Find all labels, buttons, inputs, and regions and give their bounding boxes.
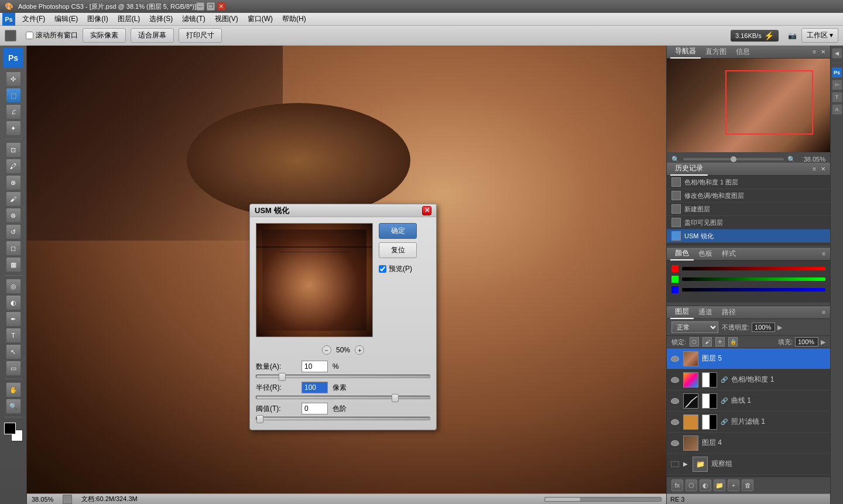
layer-item-group[interactable]: ▶ 📁 观察组 xyxy=(667,454,830,475)
fit-screen-btn[interactable]: 适合屏幕 xyxy=(131,28,174,43)
tab-layers[interactable]: 图层 xyxy=(670,306,694,319)
usm-preview[interactable] xyxy=(256,223,373,337)
zoom-btn[interactable] xyxy=(63,495,72,504)
layer-vis-curve[interactable] xyxy=(670,396,680,406)
g-slider[interactable] xyxy=(682,277,825,281)
amount-slider-thumb[interactable] xyxy=(279,373,286,381)
restore-btn[interactable]: ❐ xyxy=(207,2,215,11)
history-item-2[interactable]: 新建图层 xyxy=(667,203,830,216)
layer-item-4[interactable]: 图层 4 xyxy=(667,433,830,454)
add-style-btn[interactable]: fx xyxy=(671,479,683,491)
add-layer-btn[interactable]: + xyxy=(728,479,739,491)
r-slider[interactable] xyxy=(682,267,825,270)
menu-view[interactable]: 视图(V) xyxy=(210,13,243,25)
tab-styles[interactable]: 样式 xyxy=(717,248,741,260)
close-btn[interactable]: ✕ xyxy=(217,2,225,11)
blend-mode-select[interactable]: 正常 xyxy=(671,321,718,333)
fill-arrow[interactable]: ▶ xyxy=(821,338,825,346)
hand-tool[interactable]: ✋ xyxy=(6,382,21,397)
layer-vis-4[interactable] xyxy=(670,438,680,448)
nav-preview[interactable] xyxy=(667,59,830,152)
h-scrollbar[interactable] xyxy=(544,497,662,502)
eyedropper-tool[interactable]: 🖍 xyxy=(6,159,21,174)
magic-wand-tool[interactable]: ✦ xyxy=(6,121,21,136)
lasso-tool[interactable]: 𝓛 xyxy=(6,104,21,119)
layer-vis-photo[interactable] xyxy=(670,417,680,427)
history-item-3[interactable]: 盖印可见图层 xyxy=(667,216,830,229)
menu-edit[interactable]: 编辑(E) xyxy=(50,13,83,25)
fg-color-swatch[interactable] xyxy=(4,423,16,434)
scroll-all-checkbox[interactable]: 滚动所有窗口 xyxy=(26,30,78,40)
threshold-slider-thumb[interactable] xyxy=(256,415,263,423)
history-menu-btn[interactable]: ≡ xyxy=(811,166,817,172)
layer-vis-5[interactable] xyxy=(670,354,680,364)
tab-swatches[interactable]: 色板 xyxy=(694,248,717,260)
tab-paths[interactable]: 路径 xyxy=(717,306,741,318)
threshold-input[interactable] xyxy=(301,403,328,414)
tab-colors[interactable]: 颜色 xyxy=(670,247,694,260)
usm-ok-btn[interactable]: 确定 xyxy=(379,223,417,239)
threshold-slider-track[interactable] xyxy=(256,417,430,420)
lock-pixels-btn[interactable]: 🖌 xyxy=(702,337,712,347)
eraser-tool[interactable]: ◻ xyxy=(6,241,21,256)
tab-histogram[interactable]: 直方图 xyxy=(701,46,731,58)
crop-tool[interactable]: ⊡ xyxy=(6,142,21,157)
add-mask-btn[interactable]: ⬡ xyxy=(686,479,697,491)
actual-pixels-btn[interactable]: 实际像素 xyxy=(83,28,126,43)
tab-channels[interactable]: 通道 xyxy=(694,306,717,318)
camera-btn[interactable]: 📷 xyxy=(788,32,797,40)
lock-position-btn[interactable]: ✛ xyxy=(715,337,725,347)
nav-zoom-in[interactable]: 🔍 xyxy=(787,156,796,163)
fg-bg-colors[interactable] xyxy=(4,423,23,441)
zoom-tool[interactable]: 🔍 xyxy=(6,399,21,414)
workspace-btn[interactable]: 工作区 ▾ xyxy=(801,28,838,43)
tab-history[interactable]: 历史记录 xyxy=(670,163,708,176)
add-group-btn[interactable]: 📁 xyxy=(714,479,725,491)
shape-tool[interactable]: ▭ xyxy=(6,361,21,376)
print-size-btn[interactable]: 打印尺寸 xyxy=(179,28,222,43)
collapse-btn[interactable]: ◀ xyxy=(832,48,842,59)
zoom-out-icon[interactable]: － xyxy=(322,345,331,355)
usm-close-btn[interactable]: ✕ xyxy=(422,206,431,215)
layer-vis-group[interactable] xyxy=(670,460,680,469)
blur-tool[interactable]: ◎ xyxy=(6,279,21,294)
menu-file[interactable]: 文件(F) xyxy=(18,13,50,25)
tab-navigator[interactable]: 导航器 xyxy=(670,46,701,59)
layer-item-5[interactable]: 图层 5 xyxy=(667,348,830,369)
clone-stamp-tool[interactable]: ⊗ xyxy=(6,208,21,223)
scroll-all-input[interactable] xyxy=(26,32,33,39)
add-adjustment-btn[interactable]: ◐ xyxy=(700,479,711,491)
pen-side-btn[interactable]: A xyxy=(832,104,842,115)
lock-all-btn[interactable]: 🔒 xyxy=(728,337,738,347)
history-close-btn[interactable]: ✕ xyxy=(820,166,827,172)
delete-layer-btn[interactable]: 🗑 xyxy=(742,479,753,491)
colors-menu-btn[interactable]: ≡ xyxy=(821,251,827,257)
menu-help[interactable]: 帮助(H) xyxy=(277,13,311,25)
b-slider[interactable] xyxy=(682,288,825,292)
history-brush-tool[interactable]: ↺ xyxy=(6,224,21,239)
nav-zoom-out[interactable]: 🔍 xyxy=(671,156,680,163)
radius-input[interactable] xyxy=(301,382,328,393)
nav-menu-btn[interactable]: ≡ xyxy=(811,49,817,55)
opacity-input[interactable] xyxy=(752,323,775,332)
selection-tool[interactable]: ⬚ xyxy=(6,88,21,103)
text-side-btn[interactable]: T xyxy=(832,92,842,102)
amount-input[interactable] xyxy=(301,361,328,372)
menu-filter[interactable]: 滤镜(T) xyxy=(177,13,210,25)
move-tool[interactable]: ✣ xyxy=(6,71,21,87)
history-item-1[interactable]: 修改色调/饱和度图层 xyxy=(667,189,830,203)
radius-slider-thumb[interactable] xyxy=(392,394,399,402)
layer-item-photo[interactable]: 🔗 照片滤镜 1 xyxy=(667,412,830,433)
history-item-0[interactable]: 色相/饱和度 1 图层 xyxy=(667,176,830,189)
nav-viewport-rect[interactable] xyxy=(725,70,813,135)
layer-item-curve[interactable]: 🔗 曲线 1 xyxy=(667,390,830,412)
cut-btn[interactable]: ✄ xyxy=(832,80,842,90)
amount-slider-track[interactable] xyxy=(256,375,430,378)
brush-tool[interactable]: 🖌 xyxy=(6,191,21,207)
lock-transparent-btn[interactable]: ⬡ xyxy=(690,337,699,347)
usm-reset-btn[interactable]: 复位 xyxy=(379,242,417,258)
layer-item-hue[interactable]: 🔗 色相/饱和度 1 xyxy=(667,369,830,390)
usm-preview-checkbox[interactable]: 预览(P) xyxy=(379,264,417,274)
history-item-4[interactable]: USM 锐化 xyxy=(667,229,830,243)
menu-layer[interactable]: 图层(L) xyxy=(113,13,145,25)
